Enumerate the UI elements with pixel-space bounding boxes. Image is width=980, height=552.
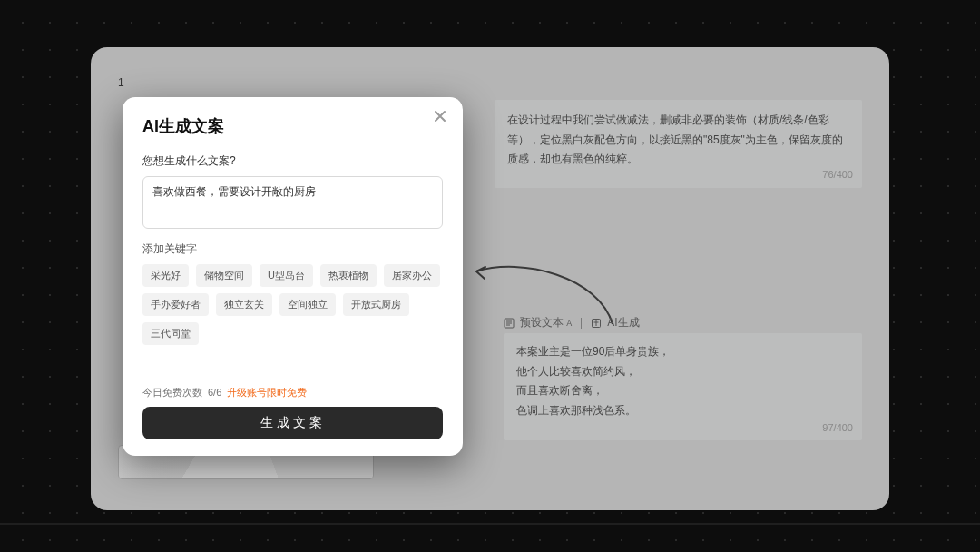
list-icon (504, 318, 514, 329)
tab-preset-text[interactable]: 预设文本 A (520, 315, 572, 330)
keyword-chip[interactable]: 三代同堂 (142, 322, 199, 345)
quota-row: 今日免费次数 6/6 升级账号限时免费 (142, 386, 443, 399)
app-panel: 1 在设计过程中我们尝试做减法，删减非必要的装饰（材质/线条/色彩等），定位黑白… (91, 47, 889, 510)
keyword-chip[interactable]: 开放式厨房 (343, 293, 409, 316)
keyword-chip[interactable]: 手办爱好者 (142, 293, 209, 316)
close-button[interactable] (430, 108, 450, 128)
case-owner-card[interactable]: 本案业主是一位90后单身贵族， 他个人比较喜欢简约风， 而且喜欢断舍离， 色调上… (504, 333, 862, 440)
generate-button[interactable]: 生成文案 (142, 407, 443, 439)
keyword-chip[interactable]: 采光好 (142, 264, 189, 287)
keyword-chip[interactable]: 储物空间 (196, 264, 252, 287)
quota-label: 今日免费次数 (142, 386, 202, 399)
modal-prompt-label: 您想生成什么文案? (142, 153, 443, 169)
panel-index: 1 (118, 76, 124, 89)
text-mode-tabs: 预设文本 A AI生成 (504, 315, 640, 330)
keyword-chips: 采光好 储物空间 U型岛台 热衷植物 居家办公 手办爱好者 独立玄关 空间独立 … (142, 264, 443, 345)
keyword-chip[interactable]: 空间独立 (279, 293, 336, 316)
sparkle-icon (591, 318, 602, 329)
case-owner-counter: 97/400 (822, 419, 853, 438)
upgrade-link[interactable]: 升级账号限时免费 (227, 386, 307, 399)
keyword-chip[interactable]: 居家办公 (384, 264, 440, 287)
keyword-chip[interactable]: 独立玄关 (216, 293, 272, 316)
prompt-input-value: 喜欢做西餐，需要设计开敞的厨房 (152, 185, 316, 198)
design-note-counter: 76/400 (822, 166, 853, 184)
tab-ai-generate[interactable]: AI生成 (607, 315, 639, 330)
close-icon (434, 110, 446, 126)
design-note-card[interactable]: 在设计过程中我们尝试做减法，删减非必要的装饰（材质/线条/色彩等），定位黑白灰配… (495, 100, 862, 188)
prompt-input[interactable]: 喜欢做西餐，需要设计开敞的厨房 (142, 176, 443, 229)
case-owner-line: 色调上喜欢那种浅色系。 (516, 401, 849, 421)
keyword-chip[interactable]: 热衷植物 (320, 264, 377, 287)
case-owner-line: 而且喜欢断舍离， (516, 381, 849, 401)
case-owner-line: 他个人比较喜欢简约风， (516, 362, 849, 382)
case-owner-line: 本案业主是一位90后单身贵族， (516, 342, 849, 362)
design-note-text: 在设计过程中我们尝试做减法，删减非必要的装饰（材质/线条/色彩等），定位黑白灰配… (507, 113, 843, 165)
keyword-chip[interactable]: U型岛台 (260, 264, 313, 287)
quota-value: 6/6 (208, 387, 221, 398)
keywords-label: 添加关键字 (142, 242, 443, 257)
modal-title: AI生成文案 (142, 115, 443, 137)
tab-divider (581, 318, 582, 329)
ai-generate-modal: AI生成文案 您想生成什么文案? 喜欢做西餐，需要设计开敞的厨房 添加关键字 采… (122, 97, 463, 456)
